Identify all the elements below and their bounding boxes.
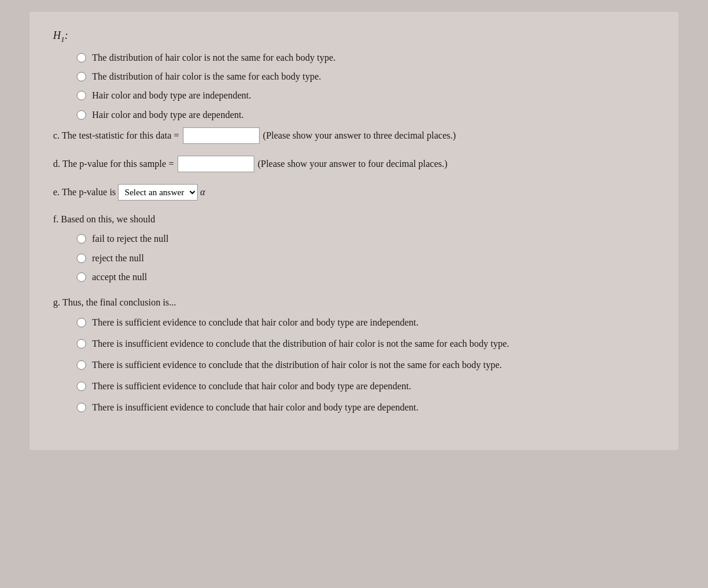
g-option-1: There is sufficient evidence to conclude… <box>77 316 655 330</box>
f-label-3: accept the null <box>92 271 147 284</box>
d-question-row: d. The p-value for this sample = (Please… <box>53 156 655 172</box>
g-radio-4[interactable] <box>77 382 86 391</box>
g-option-3: There is sufficient evidence to conclude… <box>77 358 655 372</box>
g-label-5: There is insufficient evidence to conclu… <box>92 400 418 415</box>
g-label-3: There is sufficient evidence to conclude… <box>92 358 502 372</box>
f-option-3: accept the null <box>77 271 655 284</box>
e-select-wrapper: Select an answer less than greater than … <box>118 184 198 201</box>
h1-label-3: Hair color and body type are independent… <box>92 89 251 102</box>
d-input[interactable] <box>178 156 254 172</box>
g-option-4: There is sufficient evidence to conclude… <box>77 379 655 393</box>
f-radio-2[interactable] <box>77 254 86 263</box>
g-label-4: There is sufficient evidence to conclude… <box>92 379 411 393</box>
g-label-1: There is sufficient evidence to conclude… <box>92 316 418 330</box>
g-label-2: There is insufficient evidence to conclu… <box>92 337 509 351</box>
g-radio-1[interactable] <box>77 318 86 327</box>
f-label-2: reject the null <box>92 252 144 265</box>
c-note: (Please show your answer to three decima… <box>263 129 456 143</box>
g-question-row: g. Thus, the final conclusion is... Ther… <box>53 295 655 415</box>
h1-option-4: Hair color and body type are dependent. <box>77 109 655 121</box>
h1-radio-3[interactable] <box>77 91 86 100</box>
c-input[interactable] <box>183 127 260 144</box>
f-radio-3[interactable] <box>77 272 86 282</box>
c-question-row: c. The test-statistic for this data = (P… <box>53 127 655 144</box>
d-note: (Please show your answer to four decimal… <box>258 157 448 171</box>
f-label: f. Based on this, we should <box>53 212 655 226</box>
h1-heading: H1: <box>53 29 655 44</box>
main-container: H1: The distribution of hair color is no… <box>30 12 678 450</box>
f-radio-1[interactable] <box>77 234 86 244</box>
h1-option-1: The distribution of hair color is not th… <box>77 51 655 64</box>
f-option-2: reject the null <box>77 252 655 265</box>
c-label: c. The test-statistic for this data = <box>53 129 179 143</box>
f-question-row: f. Based on this, we should fail to reje… <box>53 212 655 284</box>
h1-option-3: Hair color and body type are independent… <box>77 89 655 102</box>
h1-radio-group: The distribution of hair color is not th… <box>77 51 655 122</box>
g-label: g. Thus, the final conclusion is... <box>53 295 655 310</box>
d-label: d. The p-value for this sample = <box>53 157 174 171</box>
h1-radio-2[interactable] <box>77 72 86 81</box>
f-option-1: fail to reject the null <box>77 232 655 245</box>
h1-option-2: The distribution of hair color is the sa… <box>77 70 655 83</box>
f-label-1: fail to reject the null <box>92 232 169 245</box>
h1-label-2: The distribution of hair color is the sa… <box>92 70 321 83</box>
g-option-5: There is insufficient evidence to conclu… <box>77 400 655 415</box>
g-radio-group: There is sufficient evidence to conclude… <box>77 316 655 415</box>
h1-radio-1[interactable] <box>77 53 86 63</box>
h1-label-4: Hair color and body type are dependent. <box>92 109 244 121</box>
g-radio-3[interactable] <box>77 360 86 370</box>
h1-radio-4[interactable] <box>77 110 86 120</box>
e-alpha: α <box>200 187 205 197</box>
e-select[interactable]: Select an answer less than greater than … <box>118 184 198 201</box>
e-label: e. The p-value is <box>53 187 116 197</box>
g-radio-5[interactable] <box>77 403 86 412</box>
g-radio-2[interactable] <box>77 339 86 349</box>
e-question-row: e. The p-value is Select an answer less … <box>53 184 655 201</box>
f-radio-group: fail to reject the null reject the null … <box>77 232 655 284</box>
g-option-2: There is insufficient evidence to conclu… <box>77 337 655 351</box>
h1-label-1: The distribution of hair color is not th… <box>92 51 336 64</box>
